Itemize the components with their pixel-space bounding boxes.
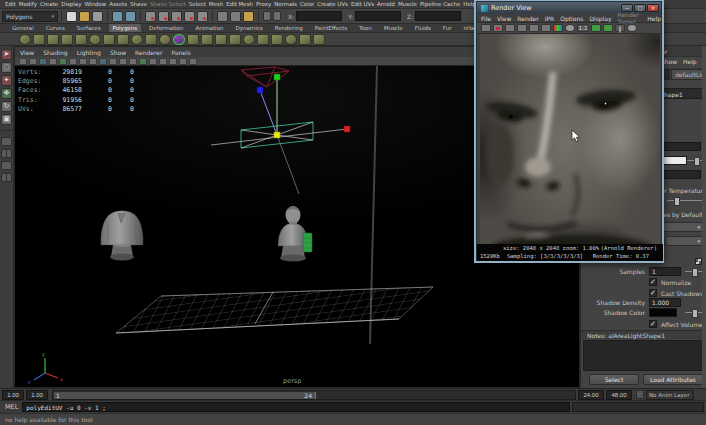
y-coordinate-input[interactable] bbox=[355, 11, 401, 21]
shelf-tab-painteffects[interactable]: PaintEffects bbox=[311, 24, 351, 32]
viewport-toolbar-icon[interactable] bbox=[69, 58, 77, 65]
shelf-icon-platonic-active[interactable] bbox=[173, 34, 185, 45]
rv-menu-help[interactable]: Help bbox=[647, 15, 661, 22]
render-target-save-icon[interactable] bbox=[603, 24, 613, 32]
menu-modify[interactable]: Modify bbox=[19, 1, 37, 7]
keep-image-icon[interactable] bbox=[541, 24, 551, 32]
shadow-density-field[interactable]: 1.000 bbox=[649, 298, 681, 307]
viewport-toolbar-icon[interactable] bbox=[29, 58, 37, 65]
shelf-icon-torus[interactable] bbox=[89, 34, 101, 45]
shelf-icon-reduce[interactable] bbox=[201, 34, 213, 45]
bust-left[interactable] bbox=[101, 211, 143, 261]
viewport-menu-show[interactable]: Show bbox=[110, 49, 126, 56]
rv-menu-render[interactable]: Render bbox=[517, 15, 538, 22]
menu-muscle[interactable]: Muscle bbox=[398, 1, 417, 7]
viewport-menu-lighting[interactable]: Lighting bbox=[77, 49, 101, 56]
ipr-render-icon[interactable] bbox=[493, 24, 503, 32]
shelf-tab-polygons[interactable]: Polygons bbox=[109, 24, 141, 32]
playback-start-field[interactable] bbox=[26, 390, 48, 400]
shelf-icon-helix[interactable] bbox=[145, 34, 157, 45]
anim-end-field[interactable] bbox=[606, 390, 632, 400]
select-button[interactable]: Select bbox=[589, 374, 639, 385]
construction-history-icon[interactable] bbox=[243, 11, 254, 22]
viewport-toolbar-icon[interactable] bbox=[189, 58, 197, 65]
viewport-toolbar-icon[interactable] bbox=[19, 58, 27, 65]
shelf-tab-fur[interactable]: Fur bbox=[439, 24, 456, 32]
menu-select[interactable]: Select bbox=[189, 1, 206, 7]
layout-persp-outliner-icon[interactable] bbox=[1, 161, 12, 170]
menu-edit-mesh[interactable]: Edit Mesh bbox=[226, 1, 253, 7]
shelf-icon-combine[interactable] bbox=[215, 34, 227, 45]
shelf-tab-animation[interactable]: Animation bbox=[191, 24, 227, 32]
shelf-icon-append[interactable] bbox=[299, 34, 311, 45]
shelf-icon-smooth[interactable] bbox=[187, 34, 199, 45]
snapshot-icon[interactable] bbox=[529, 24, 539, 32]
viewport-toolbar-icon[interactable] bbox=[159, 58, 167, 65]
rotate-tool-icon[interactable]: ↻ bbox=[1, 101, 12, 112]
render-target-on-icon[interactable] bbox=[591, 24, 601, 32]
shelf-icon-cube[interactable] bbox=[33, 34, 45, 45]
menu-color[interactable]: Color bbox=[300, 1, 314, 7]
shelf-tab-curves[interactable]: Curves bbox=[42, 24, 69, 32]
snap-grid-icon[interactable] bbox=[145, 11, 156, 22]
rendered-image[interactable] bbox=[480, 34, 660, 244]
menu-window[interactable]: Window bbox=[84, 1, 106, 7]
samples-slider[interactable] bbox=[685, 267, 703, 276]
rv-menu-display[interactable]: Display bbox=[589, 15, 611, 22]
redo-icon[interactable] bbox=[125, 11, 136, 22]
green-object[interactable] bbox=[303, 233, 312, 252]
viewport-toolbar-icon[interactable] bbox=[179, 58, 187, 65]
menu-set-selector[interactable]: Polygons bbox=[2, 11, 58, 22]
playback-range-block[interactable]: 1 24 bbox=[54, 392, 316, 399]
menu-mesh[interactable]: Mesh bbox=[209, 1, 223, 7]
shelf-icon-extract[interactable] bbox=[243, 34, 255, 45]
refresh-image-icon[interactable] bbox=[517, 24, 527, 32]
exposure-icon[interactable] bbox=[627, 24, 637, 32]
viewport-toolbar-icon[interactable] bbox=[169, 58, 177, 65]
shelf-tab-general[interactable]: General bbox=[8, 24, 38, 32]
lasso-tool-icon[interactable]: ◌ bbox=[1, 62, 12, 73]
menu-create[interactable]: Create bbox=[40, 1, 58, 7]
texture-map-icon[interactable] bbox=[695, 258, 702, 265]
shelf-icon-plane[interactable] bbox=[75, 34, 87, 45]
cast-shadows-checkbox[interactable] bbox=[649, 289, 657, 297]
menu-edit[interactable]: Edit bbox=[5, 1, 16, 7]
viewport-toolbar-icon[interactable] bbox=[129, 58, 137, 65]
z-coordinate-input[interactable] bbox=[415, 11, 461, 21]
shelf-tab-fluids[interactable]: Fluids bbox=[411, 24, 435, 32]
manipulator-center-handle[interactable] bbox=[274, 132, 280, 138]
manipulator-z-handle[interactable] bbox=[257, 87, 263, 93]
shelf-tab-dynamics[interactable]: Dynamics bbox=[232, 24, 267, 32]
shelf-tab-muscle[interactable]: Muscle bbox=[380, 24, 407, 32]
shelf-icon-bridge[interactable] bbox=[271, 34, 283, 45]
rv-menu-file[interactable]: File bbox=[481, 15, 491, 22]
viewport-toolbar-icon[interactable] bbox=[139, 58, 147, 65]
open-scene-icon[interactable] bbox=[79, 11, 90, 22]
select-tool-icon[interactable]: ➤ bbox=[1, 49, 12, 60]
one-to-one-icon[interactable]: 1:1 bbox=[577, 24, 589, 32]
snap-plane-icon[interactable] bbox=[184, 11, 195, 22]
notes-section-header[interactable]: Notes: aiAreaLightShape1 bbox=[581, 330, 706, 339]
select-by-hierarchy-icon[interactable] bbox=[263, 11, 271, 21]
grid-plane[interactable] bbox=[116, 287, 433, 333]
shelf-icon-cone[interactable] bbox=[61, 34, 73, 45]
mel-command-input[interactable] bbox=[22, 402, 570, 412]
viewport-toolbar-icon[interactable] bbox=[49, 58, 57, 65]
shelf-icon-sphere[interactable] bbox=[19, 34, 31, 45]
menu-create-uvs[interactable]: Create UVs bbox=[317, 1, 348, 7]
anim-layer-dropdown[interactable]: No Anim Layer bbox=[646, 390, 694, 400]
range-slider-track[interactable]: 1 24 bbox=[52, 390, 576, 400]
shelf-tab-toon[interactable]: Toon bbox=[355, 24, 376, 32]
shelf-icon-pyramid[interactable] bbox=[117, 34, 129, 45]
shelf-icon-cylinder[interactable] bbox=[47, 34, 59, 45]
ae-menu-show[interactable]: Show bbox=[661, 58, 677, 65]
menu-assets[interactable]: Assets bbox=[109, 1, 127, 7]
viewport-menu-shading[interactable]: Shading bbox=[43, 49, 67, 56]
shadow-color-slider[interactable] bbox=[685, 308, 703, 317]
shelf-icon-separate[interactable] bbox=[229, 34, 241, 45]
samples-field[interactable]: 1 bbox=[649, 267, 681, 276]
shelf-icon-prism[interactable] bbox=[103, 34, 115, 45]
viewport-toolbar-icon[interactable] bbox=[39, 58, 47, 65]
input-connections-icon[interactable] bbox=[217, 11, 228, 22]
area-light-manipulator[interactable] bbox=[211, 67, 350, 194]
